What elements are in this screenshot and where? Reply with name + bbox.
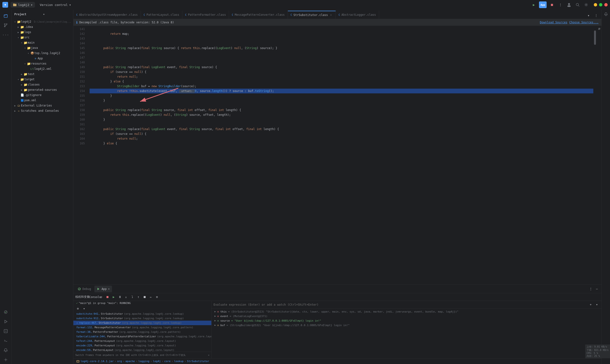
watch-add-btn[interactable]: + <box>588 302 593 307</box>
filter-icon[interactable]: ⊜ <box>75 306 80 311</box>
sidebar-notifications-icon[interactable] <box>1 346 10 354</box>
bottom-minimize-button[interactable]: — <box>594 286 599 292</box>
running-thread-item[interactable]: ✓ "main"@1 in group "main": RUNNING <box>73 301 211 305</box>
console-tab[interactable]: Console <box>92 294 98 300</box>
debug-stop-btn[interactable]: ⏹ <box>105 294 110 300</box>
breadcrumb-logging[interactable]: logging <box>138 360 149 363</box>
bottom-options-button[interactable]: ⋮ <box>588 286 593 292</box>
stack-frame-encode229[interactable]: encode:229, PatternLayout (org.apache.lo… <box>73 343 211 348</box>
choose-sources-link[interactable]: Choose Sources... <box>569 21 598 24</box>
debug-step-into-btn[interactable]: ⤵ <box>130 294 135 300</box>
tree-arrow-target[interactable]: ▾ <box>17 78 20 81</box>
tab-debug[interactable]: Debug <box>75 286 93 292</box>
breadcrumb-lookup[interactable]: lookup <box>174 360 183 363</box>
tab-str-substitutor[interactable]: C StrSubstitutor.class ✕ <box>288 11 336 19</box>
tree-item-logs[interactable]: ▶ 📁 logs <box>12 29 73 35</box>
tree-item-java[interactable]: ▾ 📁 java <box>12 45 73 51</box>
download-sources-link[interactable]: Download Sources <box>540 21 568 24</box>
sidebar-settings-icon[interactable] <box>1 355 10 364</box>
breadcrumb-log4j[interactable]: log4j <box>153 360 161 363</box>
tree-item-idea[interactable]: ▶ 📁 .idea <box>12 24 73 29</box>
tree-arrow-resources[interactable]: ▾ <box>23 62 27 65</box>
app-tab-close[interactable]: ✕ <box>108 287 110 290</box>
maximize-button[interactable] <box>599 3 602 6</box>
stack-frame-encode59[interactable]: encode:59, PatternLayout (org.apache.log… <box>73 348 211 351</box>
tree-item-scratches[interactable]: ▶ ✏ Scratches and Consoles <box>12 108 73 113</box>
tree-item-external-libs[interactable]: ▶ 🗂 External Libraries <box>12 103 73 108</box>
tree-item-log4j2[interactable]: ▾ 📁 log4j2 D:\Java\javaproject\log... <box>12 19 73 24</box>
breadcrumb-core[interactable]: core <box>164 360 171 363</box>
profile-icon[interactable] <box>566 1 572 8</box>
version-control-selector[interactable]: Version control ▾ <box>38 2 73 8</box>
expand-arrow-event[interactable]: ▶ <box>214 315 216 317</box>
tree-arrow-classes[interactable]: ▶ <box>20 83 23 86</box>
tree-item-test[interactable]: ▶ 📁 test <box>12 71 73 77</box>
tree-arrow-generated[interactable]: ▶ <box>20 89 23 91</box>
tree-item-package[interactable]: ▾ 📦 top.lnng.log4j2 <box>12 51 73 56</box>
tab-app[interactable]: App ✕ <box>94 286 112 292</box>
stack-frame-replace467[interactable]: ⇒ replace:467, StrSubstitutor (org.apach… <box>73 321 211 325</box>
tree-arrow-idea[interactable]: ▶ <box>17 26 20 28</box>
watch-item-buf[interactable]: ▶ ⊙ buf = (StringBuilder@2532) "User ${j… <box>212 323 601 327</box>
tree-item-main[interactable]: ▾ 📁 main <box>12 40 73 45</box>
stack-frame-substitute941[interactable]: substitute:941, StrSubstitutor (org.apac… <box>73 312 211 316</box>
filter-dropdown[interactable]: ▾ <box>81 306 87 311</box>
sidebar-git-icon[interactable] <box>1 21 10 29</box>
tab-message-pattern[interactable]: C MessagePatternConverter.class <box>229 11 288 19</box>
notification-bell-icon[interactable] <box>603 12 609 17</box>
more-options-button[interactable]: ⋮ <box>557 1 564 8</box>
close-button[interactable] <box>604 3 608 6</box>
tree-arrow-scratches[interactable]: ▶ <box>13 110 17 112</box>
watch-list[interactable]: ▶ ⊙ this = (StrSubstitutor@2513) "StrSub… <box>212 309 601 358</box>
tree-arrow-src[interactable]: ▾ <box>17 36 20 39</box>
minimize-button[interactable] <box>594 3 597 6</box>
debug-pause-btn[interactable]: ⏸ <box>117 294 122 300</box>
editor-scrollbar[interactable] <box>593 26 597 285</box>
watch-expression-input[interactable] <box>213 303 587 306</box>
tree-item-app[interactable]: ▶ ⊙ App <box>12 56 73 61</box>
tab-list-button[interactable]: ▾ <box>585 12 592 19</box>
expand-arrow-source[interactable]: ▶ <box>214 319 216 322</box>
sidebar-build-icon[interactable] <box>1 327 10 335</box>
stack-frame-substitute912[interactable]: substitute:912, StrSubstitutor (org.apac… <box>73 316 211 321</box>
tree-arrow-java[interactable]: ▾ <box>23 47 27 49</box>
scrollbar-thumb[interactable] <box>594 30 596 45</box>
sidebar-debug-icon[interactable] <box>1 308 10 316</box>
tree-item-log4j2xml[interactable]: ▶ ⟨/⟩ log4j2.xml <box>12 66 73 71</box>
watch-item-this[interactable]: ▶ ⊙ this = (StrSubstitutor@2513) "StrSub… <box>212 310 601 314</box>
tab-abstract-output[interactable]: C AbstractOutputStreamAppender.class <box>73 11 141 19</box>
debug-eval-btn[interactable]: ✏ <box>148 294 154 300</box>
tab-pattern-formatter[interactable]: C PatternFormatter.class <box>182 11 229 19</box>
run-button[interactable]: ▶ <box>531 1 537 8</box>
tree-item-resources[interactable]: ▾ 📁 resources <box>12 61 73 66</box>
stop-button[interactable]: ⏹ <box>548 1 555 8</box>
sidebar-terminal-icon[interactable] <box>1 336 10 345</box>
tree-item-pomxml[interactable]: ▶ 🟦 pom.xml <box>12 98 73 103</box>
debug-step-out-btn[interactable]: ↑ <box>136 294 141 300</box>
structure-icon[interactable]: m <box>598 27 600 30</box>
settings-icon[interactable] <box>583 1 589 8</box>
tab-pattern-layout[interactable]: C PatternLayout.class <box>141 11 182 19</box>
tree-arrow-logs[interactable]: ▶ <box>17 31 20 34</box>
tree-item-target[interactable]: ▾ 📁 target <box>12 77 73 82</box>
breadcrumb-strsubstitutor[interactable]: StrSubstitutor <box>187 360 209 363</box>
debug-resume-btn[interactable]: ↺ <box>99 294 104 300</box>
tree-arrow-package[interactable]: ▾ <box>27 52 30 54</box>
stack-frame-format38[interactable]: format:38, PatternFormatter (org.apache.… <box>73 330 211 334</box>
tree-arrow-external[interactable]: ▶ <box>13 104 17 107</box>
tree-arrow-test[interactable]: ▶ <box>20 73 23 76</box>
breadcrumb-jar[interactable]: log4j-core-2.14.1.jar <box>80 360 114 363</box>
expand-arrow-buf[interactable]: ▶ <box>214 324 216 326</box>
debug-run-btn[interactable]: ▶ <box>111 294 116 300</box>
tab-abstract-logger[interactable]: C AbstractLogger.class <box>336 11 379 19</box>
debug-step-over-btn[interactable]: ↓ <box>123 294 129 300</box>
search-icon[interactable] <box>574 1 581 8</box>
sidebar-project-icon[interactable] <box>1 12 10 20</box>
tree-item-gitignore[interactable]: ▶ 📄 .gitignore <box>12 92 73 98</box>
watch-dropdown-btn[interactable]: ▾ <box>594 302 599 307</box>
tree-item-classes[interactable]: ▶ 📁 classes <box>12 82 73 87</box>
code-content[interactable]: return map; public String replace(final … <box>88 26 593 285</box>
stack-frame-format132[interactable]: format:132, MessagePatternConverter (org… <box>73 325 211 330</box>
hint-close-btn[interactable]: ✕ <box>208 354 209 356</box>
tree-arrow-log4j2[interactable]: ▾ <box>13 21 17 23</box>
